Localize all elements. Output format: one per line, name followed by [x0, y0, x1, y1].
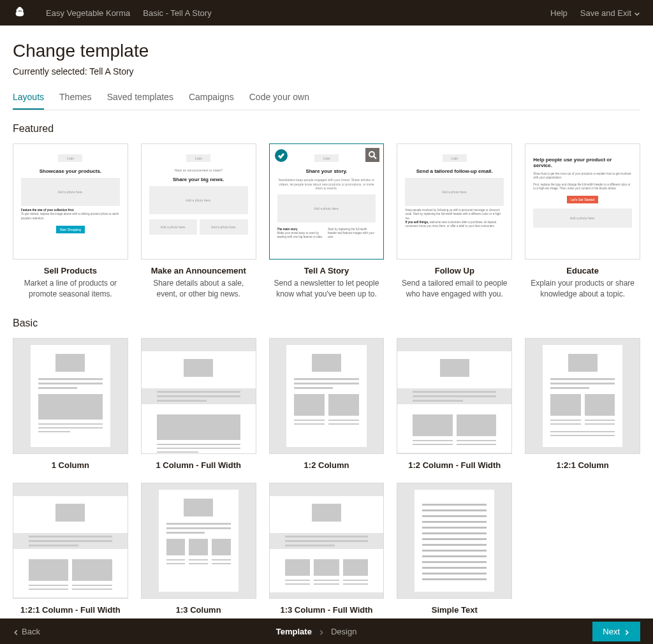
template-desc: Send a newsletter to let people know wha…: [269, 278, 385, 300]
step-template[interactable]: Template: [276, 627, 312, 636]
template-thumb[interactable]: LogoSend a tailored follow-up email.Add …: [397, 143, 512, 260]
template-title: Educate: [525, 266, 640, 275]
template-thumb[interactable]: [397, 338, 512, 454]
chevron-right-icon: [318, 628, 325, 634]
template-desc: Send a tailored email to people who have…: [397, 278, 512, 300]
template-card-simple-text: Simple Text: [397, 483, 512, 615]
template-thumb[interactable]: [141, 338, 256, 454]
preview-icon[interactable]: [365, 148, 379, 162]
template-title: 1:2 Column - Full Width: [397, 460, 512, 470]
template-thumb[interactable]: LogoHave an announcement to make?Share y…: [141, 143, 256, 260]
template-card-1-2-1-column: 1:2:1 Column: [525, 338, 640, 470]
template-title: Tell A Story: [269, 266, 385, 275]
template-title: 1:3 Column: [141, 605, 256, 615]
template-thumb[interactable]: [525, 338, 640, 454]
template-title: Sell Products: [13, 266, 128, 275]
template-thumb[interactable]: [269, 338, 385, 454]
header-template[interactable]: Basic - Tell A Story: [143, 8, 211, 18]
template-thumb[interactable]: [397, 483, 512, 599]
template-thumb[interactable]: [13, 338, 128, 454]
template-card-1-3-column: 1:3 Column: [141, 483, 256, 615]
check-icon: [275, 149, 288, 162]
tab-code-your-own[interactable]: Code your own: [249, 92, 309, 110]
template-card-1-column---full-width: 1 Column - Full Width: [141, 338, 256, 470]
mailchimp-logo[interactable]: [13, 6, 27, 20]
tab-saved-templates[interactable]: Saved templates: [107, 92, 173, 110]
svg-line-1: [374, 156, 376, 159]
template-title: 1:2 Column: [269, 460, 385, 470]
template-desc: Explain your products or share knowledge…: [525, 278, 640, 300]
page-title: Change template: [13, 41, 640, 61]
tab-themes[interactable]: Themes: [59, 92, 92, 110]
back-button[interactable]: Back: [13, 627, 40, 636]
section-basic: Basic: [13, 318, 640, 329]
section-featured: Featured: [13, 123, 640, 135]
chevron-down-icon: [634, 10, 640, 16]
template-title: 1:3 Column - Full Width: [269, 605, 385, 615]
chevron-right-icon: [624, 628, 630, 634]
template-title: Simple Text: [397, 605, 512, 615]
template-title: 1:2:1 Column: [525, 460, 640, 470]
template-thumb[interactable]: Help people use your product or service.…: [525, 143, 640, 260]
header-project[interactable]: Easy Vegetable Korma: [46, 8, 130, 18]
template-desc: Market a line of products or promote sea…: [13, 278, 128, 300]
template-title: Make an Announcement: [141, 266, 256, 275]
template-thumb[interactable]: [141, 483, 256, 599]
template-title: 1 Column - Full Width: [141, 460, 256, 470]
chevron-left-icon: [13, 628, 19, 634]
template-thumb[interactable]: LogoShowcase your products.Add a photo h…: [13, 143, 128, 260]
template-thumb[interactable]: [269, 483, 385, 599]
template-card-1-3-column---full-width: 1:3 Column - Full Width: [269, 483, 385, 615]
template-thumb[interactable]: [13, 483, 128, 599]
template-card-follow-up: LogoSend a tailored follow-up email.Add …: [397, 143, 512, 300]
template-desc: Share details about a sale, event, or ot…: [141, 278, 256, 300]
svg-point-0: [369, 152, 374, 157]
template-card-1-2-1-column---full-width: 1:2:1 Column - Full Width: [13, 483, 128, 615]
template-card-sell-products: LogoShowcase your products.Add a photo h…: [13, 143, 128, 300]
template-card-make-an-announcement: LogoHave an announcement to make?Share y…: [141, 143, 256, 300]
help-link[interactable]: Help: [550, 8, 568, 18]
template-card-1-2-column---full-width: 1:2 Column - Full Width: [397, 338, 512, 470]
template-card-tell-a-story: LogoShare your story.Newsletters keep pe…: [269, 143, 385, 300]
next-button[interactable]: Next: [592, 622, 640, 641]
tab-layouts[interactable]: Layouts: [13, 92, 44, 110]
save-exit-button[interactable]: Save and Exit: [580, 8, 640, 18]
template-card-educate: Help people use your product or service.…: [525, 143, 640, 300]
template-title: Follow Up: [397, 266, 512, 275]
template-card-1-column: 1 Column: [13, 338, 128, 470]
template-title: 1 Column: [13, 460, 128, 470]
template-thumb[interactable]: LogoShare your story.Newsletters keep pe…: [269, 143, 385, 260]
tab-campaigns[interactable]: Campaigns: [189, 92, 234, 110]
tabs: LayoutsThemesSaved templatesCampaignsCod…: [13, 92, 640, 110]
template-card-1-2-column: 1:2 Column: [269, 338, 385, 470]
step-design[interactable]: Design: [331, 627, 356, 636]
template-title: 1:2:1 Column - Full Width: [13, 605, 128, 615]
currently-selected: Currently selected: Tell A Story: [13, 66, 640, 77]
